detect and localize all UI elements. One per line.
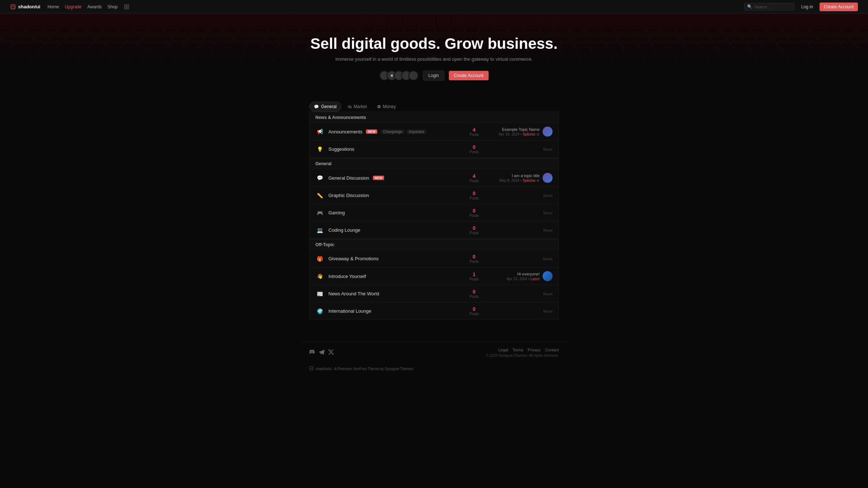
posts-label-gaming: Posts [465,214,483,218]
row-stats-gaming: 0 Posts [465,208,483,218]
posts-label-introduce: Posts [465,277,483,281]
nav-awards[interactable]: Awards [87,4,102,9]
tab-market[interactable]: 🛍 Market [343,102,372,112]
tab-market-label: Market [354,104,367,109]
footer-right: Legal Terms Privacy Contact © 2024 Synap… [486,348,559,358]
posts-count-giveaway: 0 [465,254,483,260]
international-icon: 🌍 [315,307,324,316]
gaming-icon: 🎮 [315,209,324,217]
row-title-international: International Lounge [328,308,371,314]
latest-topic-announcements: Example Topic Name [499,127,540,132]
create-account-button[interactable]: Create Account [820,3,858,11]
search-icon: 🔍 [747,4,752,9]
row-title-coding: Coding Lounge [328,227,360,233]
nav-shop[interactable]: Shop [107,4,118,9]
table-row[interactable]: 👋 Introduce Yourself 1 Posts Hi everyone… [309,267,559,285]
latest-info-announcements: Example Topic Name Apr 29, 2024 • Splich… [499,127,540,136]
footer-copyright: © 2024 Synapse-Themes. All rights reserv… [486,354,559,358]
nav-upgrade[interactable]: Upgrade [65,4,81,9]
search-bar[interactable]: 🔍 [744,3,795,10]
logo[interactable]: shadon/ui [10,4,40,10]
row-main-graphic: Graphic Discussion [328,193,461,198]
coding-lounge-icon: 💻 [315,226,324,235]
svg-rect-1 [124,5,126,7]
posts-label-suggestions: Posts [465,150,483,154]
giveaway-icon: 🎁 [315,254,324,263]
row-stats-announcements: 4 Posts [465,127,483,137]
table-row[interactable]: 📢 Announcements NEW Changelogs Important… [309,123,559,141]
row-title-introduce: Introduce Yourself [328,274,366,279]
table-row[interactable]: ✏️ Graphic Discussion 0 Posts None [309,187,559,204]
latest-user-general[interactable]: Splichio [523,179,535,183]
tab-money[interactable]: Money [373,102,400,112]
table-row[interactable]: 🌍 International Lounge 0 Posts None [309,303,559,320]
table-row[interactable]: 💻 Coding Lounge 0 Posts None [309,222,559,239]
row-stats-graphic: 0 Posts [465,191,483,200]
row-stats-giveaway: 0 Posts [465,254,483,264]
tab-money-label: Money [383,104,396,109]
tab-general[interactable]: 💬 General [309,102,341,112]
latest-user-introduce[interactable]: Lazor [531,277,540,281]
telegram-link[interactable] [319,349,324,356]
nav-home[interactable]: Home [47,4,59,9]
table-row[interactable]: 🎁 Giveaway & Promotions 0 Posts None [309,250,559,267]
suggestions-icon: 💡 [315,145,324,154]
footer-legal[interactable]: Legal [498,348,508,352]
latest-none-international: None [543,309,553,313]
avatar-lazor [542,271,553,281]
svg-rect-2 [127,5,129,7]
latest-with-avatar-general: I am a topic title May 8, 2024 • Splichi… [488,173,553,183]
footer-bottom-text: shadon/ui · A Premium XenForo Theme by S… [316,367,413,371]
footer-contact[interactable]: Contact [545,348,559,352]
announcements-icon: 📢 [315,127,324,136]
section-offtopic: Off-Topic 🎁 Giveaway & Promotions 0 Post… [309,239,559,320]
section-news-header: News & Announcements [309,112,559,123]
row-title-suggestions: Suggestions [328,146,354,152]
footer-terms[interactable]: Terms [512,348,523,352]
section-general: General 💬 General Discussion NEW 4 Posts… [309,158,559,239]
latest-none-giveaway: None [543,257,553,261]
latest-with-avatar-introduce: Hi everyone! Apr 13, 2024 • Lazor [488,271,553,281]
row-main-gaming: Gaming [328,210,461,215]
table-row[interactable]: 📰 News Around The World 0 Posts None [309,285,559,303]
footer-logo-icon [309,366,314,371]
table-row[interactable]: 💡 Suggestions 0 Posts None [309,141,559,158]
posts-count-suggestions: 0 [465,144,483,150]
twitter-link[interactable] [328,349,334,356]
row-stats-news-world: 0 Posts [465,289,483,299]
badge-new-announcements: NEW [366,129,377,134]
row-main-news-world: News Around The World [328,291,461,296]
discord-link[interactable] [309,349,315,356]
hero-create-account-button[interactable]: Create Account [449,71,489,80]
footer-links: Legal Terms Privacy Contact [486,348,559,352]
row-latest-introduce: Hi everyone! Apr 13, 2024 • Lazor [488,271,553,281]
graphic-discussion-icon: ✏️ [315,191,324,200]
grid-icon[interactable] [123,4,130,10]
row-stats-international: 0 Posts [465,306,483,316]
logo-text: shadon/ui [18,4,40,9]
avatar-splichio [542,127,553,137]
hero-login-button[interactable]: Login [423,70,444,81]
latest-user-announcements[interactable]: Splichio [523,132,535,136]
footer-privacy[interactable]: Privacy [528,348,541,352]
avatar-5 [408,70,418,81]
latest-none-coding: None [543,228,553,232]
search-input[interactable] [754,5,791,9]
tab-general-icon: 💬 [314,104,319,109]
row-title-general-discussion: General Discussion [328,175,369,181]
nav-links: Home Upgrade Awards Shop [47,4,130,10]
login-button[interactable]: Log in [798,3,816,11]
navbar-left: shadon/ui Home Upgrade Awards Shop [10,4,130,10]
table-row[interactable]: 🎮 Gaming 0 Posts None [309,204,559,222]
row-latest-announcements: Example Topic Name Apr 29, 2024 • Splich… [488,127,553,137]
section-general-header: General [309,158,559,169]
latest-info-general: I am a topic title May 8, 2024 • Splichi… [499,174,540,183]
footer: Legal Terms Privacy Contact © 2024 Synap… [302,342,566,363]
row-latest-suggestions: None [488,146,553,152]
logo-icon [10,4,16,10]
section-offtopic-header: Off-Topic [309,239,559,250]
forum-container: News & Announcements 📢 Announcements NEW… [302,112,566,334]
tag-important: Important [407,129,426,134]
table-row[interactable]: 💬 General Discussion NEW 4 Posts I am a … [309,169,559,187]
introduce-icon: 👋 [315,272,324,281]
